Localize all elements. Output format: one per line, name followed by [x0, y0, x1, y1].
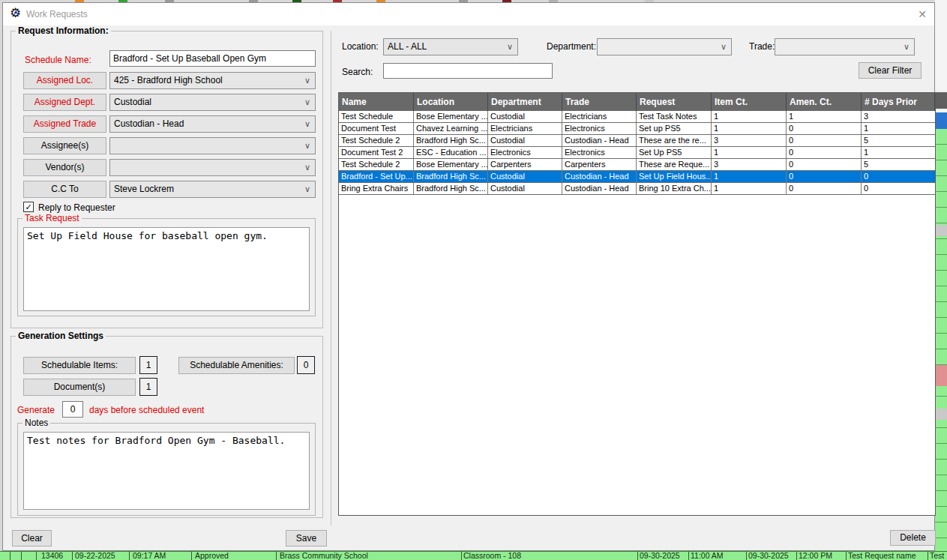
assigned-trade-value: Custodian - Head [114, 118, 184, 129]
assigned-loc-button[interactable]: Assigned Loc. [23, 72, 106, 89]
assigned-loc-combobox[interactable]: 425 - Bradford High School ∨ [109, 72, 316, 89]
grid-cell: Chavez Learning ... [414, 123, 488, 134]
bg-row-divider [796, 552, 797, 560]
background-table-row: 1340609-22-202509:17 AMApprovedBrass Com… [0, 551, 947, 560]
bg-strip-gray-row [935, 409, 947, 420]
grid-cell: 1 [787, 111, 862, 122]
close-icon[interactable]: ✕ [918, 8, 927, 20]
task-request-title: Task Request [22, 213, 82, 223]
grid-cell: Test Schedule 2 [339, 159, 414, 170]
grid-cell: Electronics [488, 147, 562, 158]
bg-row-cell: 12:00 PM [799, 552, 832, 560]
schedule-name-input[interactable]: Bradford - Set Up Baseball Open Gym [109, 50, 316, 67]
bg-row-divider [637, 552, 638, 560]
schedulable-amenities-button[interactable]: Schedulable Amenities: [178, 357, 295, 374]
notes-textarea[interactable]: Test notes for Bradford Open Gym - Baseb… [23, 432, 310, 510]
chevron-down-icon: ∨ [304, 116, 310, 132]
trade-filter-combobox[interactable]: ∨ [775, 38, 915, 55]
grid-column-header[interactable]: Amen. Ct. [787, 93, 862, 111]
grid-cell: Electricians [488, 123, 562, 134]
chevron-down-icon: ∨ [721, 39, 727, 55]
bg-row-cell: 09-30-2025 [748, 552, 789, 560]
schedulable-items-button[interactable]: Schedulable Items: [23, 357, 136, 374]
department-filter-label: Department: [547, 41, 596, 52]
generate-label: Generate [17, 405, 55, 415]
bg-row-cell: Test [930, 552, 944, 560]
department-filter-combobox[interactable]: ∨ [597, 38, 732, 55]
grid-row[interactable]: Bring Extra ChairsBradford High Sc...Cus… [339, 183, 935, 195]
bg-row-cell: 11:00 AM [691, 552, 724, 560]
bg-row-cell: 09:17 AM [133, 552, 166, 560]
cc-to-combobox[interactable]: Steve Lockrem ∨ [109, 181, 316, 198]
assigned-trade-button[interactable]: Assigned Trade [23, 115, 106, 133]
bg-row-divider [36, 552, 37, 560]
cc-to-value: Steve Lockrem [114, 184, 174, 194]
grid-cell: Set up PS5 [637, 123, 712, 134]
assigned-dept-button[interactable]: Assigned Dept. [23, 94, 106, 111]
assignees-button[interactable]: Assignee(s) [23, 137, 106, 154]
bg-row-divider [21, 552, 22, 560]
bg-row-divider [10, 552, 10, 560]
trade-filter-label: Trade: [749, 41, 775, 52]
grid-cell: 0 [787, 147, 862, 158]
generation-settings-title: Generation Settings [16, 331, 106, 341]
grid-cell: These are Reque... [637, 159, 712, 170]
grid-cell: Bose Elementary ... [414, 159, 488, 170]
grid-row[interactable]: Document TestChavez Learning ...Electric… [339, 123, 935, 135]
grid-row[interactable]: Test ScheduleBose Elementary ...Custodia… [339, 111, 935, 123]
grid-cell: Bradford High Sc... [414, 135, 488, 146]
cc-to-button[interactable]: C.C To [23, 181, 106, 198]
clear-filter-button[interactable]: Clear Filter [859, 62, 922, 79]
grid-column-header[interactable]: # Days Prior [862, 93, 935, 111]
bg-row-divider [746, 552, 747, 560]
clear-button[interactable]: Clear [12, 530, 52, 547]
chevron-down-icon: ∨ [507, 39, 513, 55]
save-button[interactable]: Save [286, 530, 327, 547]
grid-cell: Carpenters [562, 159, 637, 170]
grid-column-header[interactable]: Department [488, 93, 562, 111]
search-input[interactable] [383, 63, 553, 79]
reply-to-requester-checkbox[interactable]: ✓ [23, 202, 34, 212]
location-filter-combobox[interactable]: ALL - ALL ∨ [383, 38, 518, 55]
grid-cell: 3 [712, 159, 787, 170]
bg-row-divider [191, 552, 192, 560]
assigned-dept-combobox[interactable]: Custodial ∨ [109, 94, 316, 111]
grid-row[interactable]: Document Test 2ESC - Education ...Electr… [339, 147, 935, 159]
bg-row-divider [129, 552, 130, 560]
search-label: Search: [342, 67, 373, 77]
grid-cell: Electronics [562, 147, 637, 158]
assignees-combobox[interactable]: ∨ [109, 137, 316, 154]
delete-button[interactable]: Delete [890, 530, 936, 546]
grid-cell: Bose Elementary ... [414, 111, 488, 122]
grid-column-header[interactable]: Request [637, 93, 712, 111]
grid-row[interactable]: Test Schedule 2Bradford High Sc...Custod… [339, 135, 935, 147]
assigned-dept-value: Custodial [114, 97, 151, 107]
grid-cell: 0 [787, 159, 862, 170]
bg-row-divider [461, 552, 462, 560]
location-filter-label: Location: [342, 41, 379, 52]
background-grid-sliver [935, 0, 947, 560]
documents-count: 1 [139, 378, 157, 396]
grid-row[interactable]: Test Schedule 2Bose Elementary ...Carpen… [339, 159, 935, 171]
grid-column-header[interactable]: Name [339, 93, 414, 111]
location-filter-value: ALL - ALL [388, 41, 427, 52]
grid-cell: Custodian - Head [562, 171, 637, 182]
assigned-trade-combobox[interactable]: Custodian - Head ∨ [109, 115, 316, 133]
documents-button[interactable]: Document(s) [23, 379, 136, 396]
bg-strip-selected-row [935, 112, 947, 129]
reply-to-requester-label: Reply to Requester [38, 202, 115, 213]
grid-column-header[interactable]: Item Ct. [712, 93, 787, 111]
task-request-textarea[interactable]: Set Up Field House for baseball open gym… [23, 227, 310, 311]
generate-days-input[interactable]: 0 [62, 401, 83, 418]
grid-cell: 0 [787, 171, 862, 182]
vendors-combobox[interactable]: ∨ [109, 159, 316, 176]
grid-cell: 1 [712, 183, 787, 194]
bg-row-divider [846, 552, 847, 560]
grid-column-header[interactable]: Location [414, 93, 488, 111]
grid-row[interactable]: Bradford - Set Up...Bradford High Sc...C… [339, 171, 935, 183]
grid-cell: 1 [712, 171, 787, 182]
grid-column-header[interactable]: Trade [562, 93, 637, 111]
vendors-button[interactable]: Vendor(s) [23, 159, 106, 176]
grid-cell: Document Test 2 [339, 147, 414, 158]
bg-row-cell: 09-30-2025 [640, 552, 680, 560]
